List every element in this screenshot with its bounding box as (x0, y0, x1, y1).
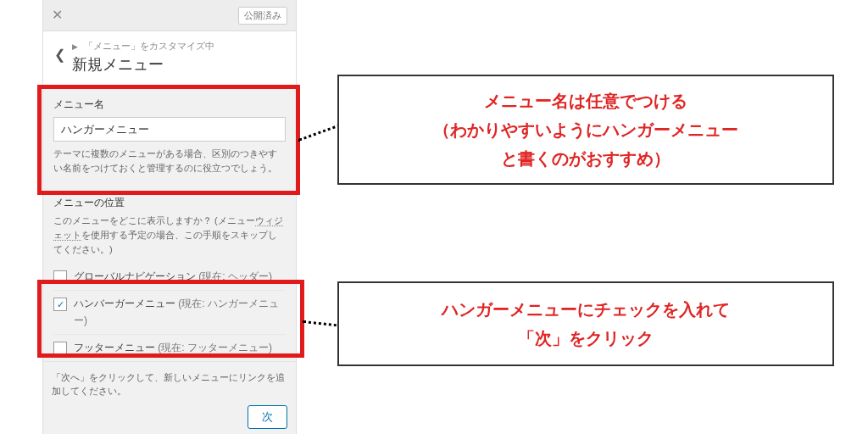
publish-status-pill[interactable]: 公開済み (238, 7, 287, 25)
location-option-footer[interactable]: フッターメニュー (現在: フッターメニュー) (53, 334, 286, 361)
breadcrumb-triangle-icon: ▶ (72, 42, 78, 51)
breadcrumb-text: 「メニュー」をカスタマイズ中 (84, 41, 214, 51)
menu-location-heading: メニューの位置 (43, 187, 296, 214)
loc-help-post: を使用する予定の場合、この手順をスキップしてください。) (53, 230, 277, 254)
location-current: (現在: ヘッダー) (196, 270, 272, 282)
checkbox-checked-icon[interactable] (53, 298, 67, 311)
callout-menu-name: メニュー名は任意でつける （わかりやすいようにハンガーメニュー と書くのがおすす… (337, 75, 834, 185)
menu-name-help: テーマに複数のメニューがある場合、区別のつきやすい名前をつけておくと管理するのに… (53, 147, 286, 175)
panel-header: ❮ ▶ 「メニュー」をカスタマイズ中 新規メニュー (43, 31, 296, 87)
menu-location-list: グローバルナビゲーション (現在: ヘッダー) ハンバーガーメニュー (現在: … (43, 264, 296, 361)
loc-help-pre: このメニューをどこに表示しますか？ (メニュー (53, 215, 255, 225)
menu-name-section: メニュー名 テーマに複数のメニューがある場合、区別のつきやすい名前をつけておくと… (43, 87, 296, 187)
menu-name-input[interactable] (53, 117, 286, 142)
location-option-hamburger[interactable]: ハンバーガーメニュー (現在: ハンガーメニュー) (53, 290, 286, 333)
callout-check-next: ハンガーメニューにチェックを入れて 「次」をクリック (337, 281, 834, 366)
callout-line: と書くのがおすすめ） (433, 144, 738, 173)
menu-name-label: メニュー名 (53, 97, 286, 112)
location-current: (現在: フッターメニュー) (155, 342, 272, 353)
page-title: 新規メニュー (72, 54, 286, 75)
customizer-panel: ✕ 公開済み ❮ ▶ 「メニュー」をカスタマイズ中 新規メニュー メニュー名 テ… (42, 0, 297, 434)
checkbox-icon[interactable] (53, 342, 67, 355)
back-chevron-icon[interactable]: ❮ (50, 45, 69, 64)
callout-line: 「次」をクリック (442, 324, 730, 353)
location-option-global-nav[interactable]: グローバルナビゲーション (現在: ヘッダー) (53, 264, 286, 290)
callout-line: メニュー名は任意でつける (433, 86, 738, 115)
location-label: フッターメニュー (74, 342, 155, 353)
breadcrumb: ▶ 「メニュー」をカスタマイズ中 (72, 40, 286, 53)
close-icon[interactable]: ✕ (52, 8, 63, 22)
location-label: ハンバーガーメニュー (74, 298, 175, 309)
callout-line: （わかりやすいようにハンガーメニュー (433, 115, 738, 144)
panel-topbar: ✕ 公開済み (43, 0, 296, 31)
callout-line: ハンガーメニューにチェックを入れて (442, 295, 730, 324)
annotated-screenshot: ✕ 公開済み ❮ ▶ 「メニュー」をカスタマイズ中 新規メニュー メニュー名 テ… (0, 0, 868, 434)
menu-location-help: このメニューをどこに表示しますか？ (メニューウィジェットを使用する予定の場合、… (43, 214, 296, 264)
panel-header-texts: ▶ 「メニュー」をカスタマイズ中 新規メニュー (72, 40, 286, 75)
location-label: グローバルナビゲーション (74, 270, 196, 282)
next-button[interactable]: 次 (248, 405, 287, 429)
next-help-text: 「次へ」をクリックして、新しいメニューにリンクを追加してください。 (52, 370, 287, 398)
next-area: 「次へ」をクリックして、新しいメニューにリンクを追加してください。 次 (43, 361, 296, 434)
checkbox-icon[interactable] (53, 270, 67, 284)
